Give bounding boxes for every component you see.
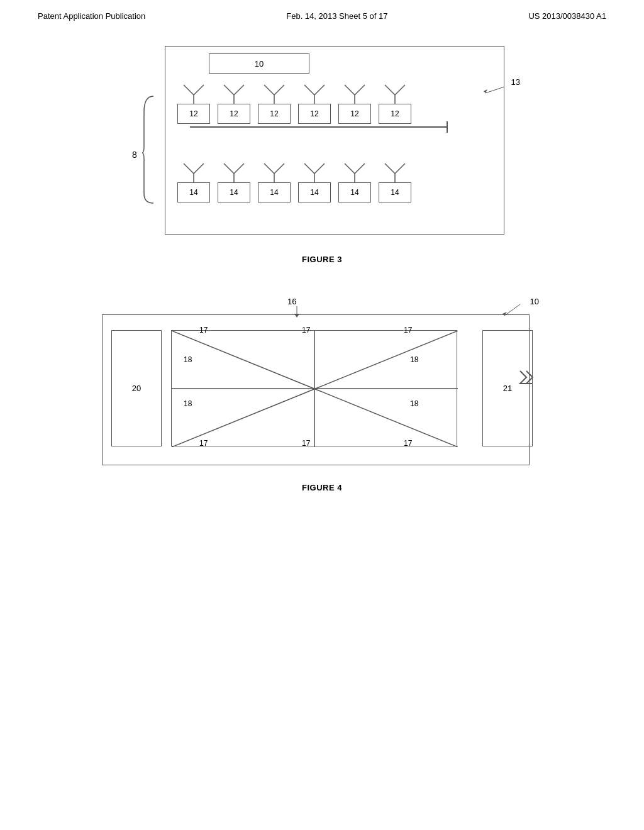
label-20-text: 20 [132, 384, 141, 393]
component-box-14-6: 14 [379, 162, 411, 202]
brace-svg [141, 93, 160, 206]
comp-rect-14-1: 14 [177, 182, 210, 202]
vert-tick-right [447, 121, 448, 133]
svg-line-0 [486, 87, 504, 93]
header-right: US 2013/0038430 A1 [528, 11, 606, 21]
svg-line-34 [355, 163, 365, 174]
svg-line-6 [224, 85, 234, 95]
label-10-fig4: 10 [530, 297, 539, 306]
y-shape-2 [218, 84, 250, 104]
y-shape-5 [338, 84, 371, 104]
component-box-12-6: 12 [379, 84, 411, 124]
page-header: Patent Application Publication Feb. 14, … [0, 0, 644, 21]
component-box-14-2: 14 [218, 162, 250, 202]
header-left: Patent Application Publication [38, 11, 145, 21]
center-x-box [171, 330, 457, 446]
header-middle: Feb. 14, 2013 Sheet 5 of 17 [286, 11, 387, 21]
svg-line-22 [194, 163, 204, 174]
comp-rect-14-2: 14 [218, 182, 250, 202]
svg-line-3 [184, 85, 194, 95]
svg-line-7 [234, 85, 244, 95]
label-18-right-upper: 18 [410, 355, 418, 364]
label-17-bottom-center: 17 [302, 439, 310, 448]
component-box-12-2: 12 [218, 84, 250, 124]
y-shape-4 [298, 84, 331, 104]
figure4-diagram: 20 21 17 17 [102, 296, 542, 478]
y-shape-14-5 [338, 162, 371, 182]
label-10-text: 10 [255, 59, 264, 69]
label-17-bottom-right: 17 [404, 439, 412, 448]
horiz-line-row1 [190, 126, 448, 128]
arrow-13-svg [482, 84, 508, 96]
comp-rect-12-3: 12 [258, 104, 291, 124]
figure3-outer-box [165, 46, 504, 235]
svg-line-12 [304, 85, 314, 95]
x-pattern-svg [172, 331, 458, 447]
label-10-box: 10 [209, 53, 309, 74]
comp-rect-12-2: 12 [218, 104, 250, 124]
svg-line-27 [264, 163, 274, 174]
y-shape-6 [379, 84, 411, 104]
y-shape-14-2 [218, 162, 250, 182]
comp-rect-12-4: 12 [298, 104, 331, 124]
figure4-container: 20 21 17 17 [0, 296, 644, 492]
label-18-left-upper: 18 [184, 355, 192, 364]
svg-marker-43 [294, 314, 299, 318]
svg-line-33 [345, 163, 355, 174]
component-box-12-3: 12 [258, 84, 291, 124]
figure3-caption: FIGURE 3 [302, 255, 342, 264]
comp-rect-14-4: 14 [298, 182, 331, 202]
figure3-diagram: 10 8 13 12 [127, 46, 517, 247]
label-17-top-left: 17 [199, 326, 208, 335]
svg-line-19 [395, 85, 405, 95]
svg-line-15 [345, 85, 355, 95]
component-box-14-1: 14 [177, 162, 210, 202]
component-box-14-5: 14 [338, 162, 371, 202]
svg-line-37 [395, 163, 405, 174]
svg-line-25 [234, 163, 244, 174]
y-shape-14-1 [177, 162, 210, 182]
svg-line-31 [314, 163, 325, 174]
component-box-12-4: 12 [298, 84, 331, 124]
comp-rect-14-3: 14 [258, 182, 291, 202]
label-21-text: 21 [503, 384, 512, 393]
y-shape-14-4 [298, 162, 331, 182]
y-shape-1 [177, 84, 210, 104]
component-row-1: 12 12 12 [177, 84, 411, 124]
label-17-top-right: 17 [404, 326, 412, 335]
component-box-12-1: 12 [177, 84, 210, 124]
label-18-left-lower: 18 [184, 399, 192, 408]
label-17-bottom-left: 17 [199, 439, 208, 448]
svg-line-13 [314, 85, 325, 95]
component-box-12-5: 12 [338, 84, 371, 124]
comp-rect-12-5: 12 [338, 104, 371, 124]
figure3-container: 10 8 13 12 [0, 46, 644, 264]
comp-rect-12-6: 12 [379, 104, 411, 124]
label-13: 13 [511, 77, 520, 87]
label-18-right-lower: 18 [410, 399, 418, 408]
svg-line-44 [504, 304, 520, 316]
component-box-14-4: 14 [298, 162, 331, 202]
svg-line-36 [385, 163, 395, 174]
svg-line-24 [224, 163, 234, 174]
arrow-10-fig4-svg [498, 303, 523, 319]
comp-rect-12-1: 12 [177, 104, 210, 124]
component-row-2: 14 14 14 [177, 162, 411, 202]
label-17-top-center: 17 [302, 326, 310, 335]
comp-rect-14-6: 14 [379, 182, 411, 202]
label-21-box: 21 [482, 330, 533, 446]
svg-line-16 [355, 85, 365, 95]
svg-line-4 [194, 85, 204, 95]
y-shape-14-6 [379, 162, 411, 182]
svg-line-21 [184, 163, 194, 174]
svg-line-9 [264, 85, 274, 95]
svg-line-30 [304, 163, 314, 174]
y-shape-3 [258, 84, 291, 104]
label-20-box: 20 [111, 330, 162, 446]
y-shape-14-3 [258, 162, 291, 182]
svg-marker-45 [502, 312, 507, 316]
svg-line-18 [385, 85, 395, 95]
label-8: 8 [132, 150, 137, 160]
svg-line-28 [274, 163, 284, 174]
component-box-14-3: 14 [258, 162, 291, 202]
